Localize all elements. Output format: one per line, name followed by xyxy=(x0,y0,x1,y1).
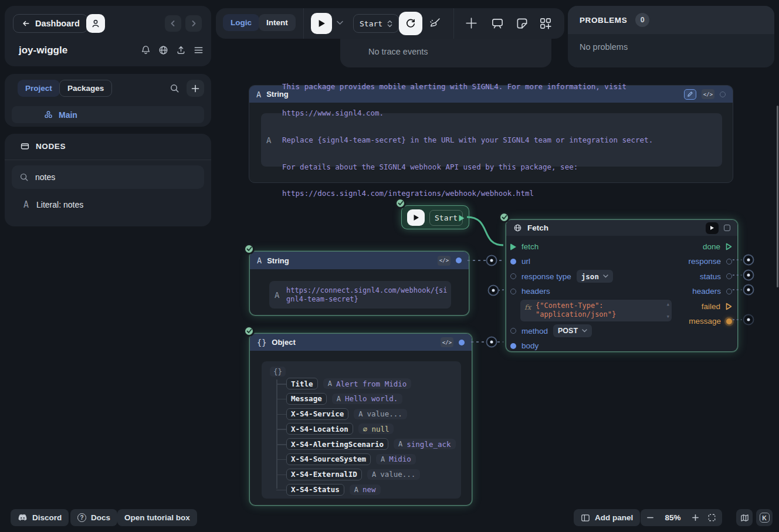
object-row[interactable]: X-S4-ExternalID Avalue... xyxy=(286,469,456,480)
docs-button[interactable]: ? Docs xyxy=(70,509,117,526)
menu-button[interactable] xyxy=(193,45,204,56)
node-fetch[interactable]: Fetch fetch url response type xyxy=(506,219,738,352)
object-key[interactable]: X-S4-SourceSystem xyxy=(286,453,371,465)
node-string-url-header[interactable]: A String </> xyxy=(250,252,469,269)
tab-intent[interactable]: Intent xyxy=(259,14,296,31)
avatar-button[interactable] xyxy=(86,14,105,33)
notifications-button[interactable] xyxy=(140,45,151,56)
zoom-in-button[interactable] xyxy=(692,514,699,521)
object-row[interactable]: Title AAlert from Midio xyxy=(286,378,456,389)
object-row[interactable]: X-S4-Service Avalue... xyxy=(286,408,456,420)
node-start[interactable]: Start xyxy=(401,205,469,229)
output-port-connected[interactable] xyxy=(459,340,465,345)
back-to-dashboard-button[interactable]: Dashboard xyxy=(13,14,88,33)
expression-scroll-arrows[interactable]: ▲▼ xyxy=(667,302,669,319)
scroll-down-icon[interactable]: ▼ xyxy=(667,314,669,319)
open-tutorial-button[interactable]: Open tutorial box xyxy=(117,509,197,526)
nodes-search-input[interactable] xyxy=(35,172,176,182)
zoom-out-button[interactable] xyxy=(646,514,654,521)
data-input-port[interactable] xyxy=(510,289,516,294)
input-fetch[interactable]: fetch xyxy=(510,239,672,254)
object-value[interactable]: Avalue... xyxy=(354,409,407,419)
object-row[interactable]: Message AHello world. xyxy=(286,393,456,405)
object-value[interactable]: AHello world. xyxy=(332,394,403,404)
history-forward-button[interactable] xyxy=(185,15,202,32)
minimap-button[interactable] xyxy=(736,509,753,526)
add-node-button[interactable] xyxy=(465,16,478,30)
exec-output-port[interactable] xyxy=(726,303,732,310)
stop-icon[interactable] xyxy=(724,225,730,231)
object-key[interactable]: X-S4-ExternalID xyxy=(286,469,362,480)
start-run-button[interactable] xyxy=(407,209,425,226)
data-output-port[interactable] xyxy=(726,289,732,294)
object-key[interactable]: X-S4-Service xyxy=(286,408,348,420)
fit-view-button[interactable] xyxy=(707,513,716,522)
add-function-button[interactable] xyxy=(187,80,204,97)
restart-button[interactable] xyxy=(399,12,422,35)
object-row[interactable]: X-S4-Location ∅null xyxy=(286,423,456,435)
object-row[interactable]: X-S4-AlertingScenario Asingle_ack xyxy=(286,438,456,450)
method-select[interactable]: POST xyxy=(553,324,592,337)
data-output-port[interactable] xyxy=(726,273,732,279)
keyboard-shortcuts-button[interactable]: K xyxy=(756,509,773,526)
object-value[interactable]: Anew xyxy=(350,484,381,495)
object-root-badge[interactable]: {} xyxy=(270,367,286,377)
publish-web-button[interactable] xyxy=(158,45,169,56)
object-row[interactable]: X-S4-SourceSystem AMidio xyxy=(286,453,456,465)
node-string-doc[interactable]: A String </> A This package provides mob… xyxy=(249,85,733,183)
input-method[interactable]: method POST xyxy=(510,323,672,338)
export-button[interactable] xyxy=(175,45,187,56)
tab-packages[interactable]: Packages xyxy=(59,80,112,97)
object-key[interactable]: X-S4-Status xyxy=(286,484,344,496)
zoom-level[interactable]: 85% xyxy=(662,513,683,522)
sidebar-item-main[interactable]: Main xyxy=(12,106,204,123)
object-row[interactable]: X-S4-Status Anew xyxy=(286,484,456,496)
object-value[interactable]: AAlert from Midio xyxy=(323,378,412,389)
object-key[interactable]: Message xyxy=(286,393,327,405)
node-fetch-header[interactable]: Fetch xyxy=(506,220,737,236)
output-failed[interactable]: failed xyxy=(702,299,732,314)
discord-button[interactable]: Discord xyxy=(11,509,69,526)
object-value[interactable]: AMidio xyxy=(376,454,416,465)
object-key[interactable]: X-S4-AlertingScenario xyxy=(286,438,388,450)
data-input-port-connected[interactable] xyxy=(510,343,516,349)
string-value-box[interactable]: A This package provides mobile alerting … xyxy=(261,113,722,167)
tab-logic[interactable]: Logic xyxy=(223,14,259,31)
object-editor-box[interactable]: {} Title AAlert from Midio Message AHell… xyxy=(262,361,461,499)
output-done[interactable]: done xyxy=(703,239,732,254)
output-message[interactable]: message xyxy=(689,314,732,328)
canvas-scrollbar[interactable] xyxy=(777,106,778,287)
data-output-port[interactable] xyxy=(726,259,732,265)
exec-output-port[interactable] xyxy=(726,243,732,250)
scroll-up-icon[interactable]: ▲ xyxy=(667,302,669,307)
tab-project[interactable]: Project xyxy=(18,80,60,97)
node-string-url[interactable]: A String </> A https://connect.signl4.co… xyxy=(249,251,469,316)
entrypoint-select[interactable]: Start xyxy=(353,14,399,33)
code-view-icon[interactable]: </> xyxy=(441,337,453,347)
data-input-port-connected[interactable] xyxy=(510,259,516,265)
data-input-port[interactable] xyxy=(510,273,516,279)
run-node-button[interactable] xyxy=(706,222,719,234)
add-panel-button[interactable]: Add panel xyxy=(574,509,640,526)
object-value[interactable]: ∅null xyxy=(358,423,394,434)
object-key[interactable]: X-S4-Location xyxy=(286,423,353,435)
presentation-button[interactable] xyxy=(490,16,504,31)
run-options-chevron[interactable] xyxy=(337,21,343,25)
node-search-result-literal-notes[interactable]: A Literal: notes xyxy=(12,195,204,215)
output-response[interactable]: response xyxy=(688,254,732,269)
node-object[interactable]: {} Object </> {} Title AAlert from Midio… xyxy=(249,333,472,506)
code-view-icon[interactable]: </> xyxy=(702,89,714,99)
input-url[interactable]: url xyxy=(510,254,672,269)
object-value[interactable]: Asingle_ack xyxy=(394,439,456,449)
history-back-button[interactable] xyxy=(165,15,181,32)
input-headers[interactable]: headers xyxy=(510,284,672,299)
output-status[interactable]: status xyxy=(700,269,732,284)
data-input-port[interactable] xyxy=(510,328,516,334)
code-view-icon[interactable]: </> xyxy=(438,256,451,266)
input-response-type[interactable]: response type json xyxy=(510,269,672,284)
exec-output-port[interactable] xyxy=(458,214,465,222)
input-body[interactable]: body xyxy=(510,338,672,353)
clear-trace-button[interactable] xyxy=(428,16,442,31)
add-note-button[interactable] xyxy=(515,16,529,31)
output-port[interactable] xyxy=(720,92,726,97)
